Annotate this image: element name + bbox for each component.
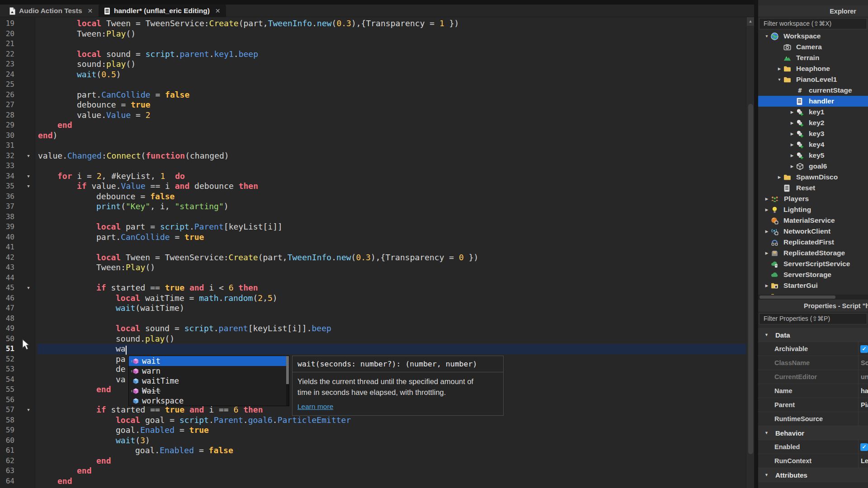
explorer-item-players[interactable]: ▶Players: [758, 193, 868, 204]
code-line[interactable]: 60wait(3): [0, 436, 747, 446]
properties-filter-input[interactable]: Filter Properties (⇧⌘P): [759, 313, 867, 324]
expand-right-icon[interactable]: ▶: [763, 251, 771, 255]
editor-scrollbar-thumb[interactable]: [748, 104, 753, 454]
checkbox-checked[interactable]: ✓: [860, 443, 868, 451]
explorer-tree[interactable]: ▼WorkspaceCameraTerrain▶Heaphone▼PianoLe…: [758, 31, 868, 295]
explorer-item-lighting[interactable]: ▶Lighting: [758, 204, 868, 215]
code-line[interactable]: 48: [0, 314, 747, 324]
code-line[interactable]: 33: [0, 161, 747, 171]
properties-section-behavior[interactable]: ▼Behavior: [758, 426, 868, 440]
code-line[interactable]: 64end: [0, 476, 747, 487]
autocomplete-item[interactable]: warn: [129, 366, 289, 376]
fold-arrow-icon[interactable]: ▼: [25, 283, 32, 293]
code-line[interactable]: 20Tween:Play(): [0, 29, 747, 39]
explorer-item-replicatedstorage[interactable]: ▶ReplicatedStorage: [758, 248, 868, 258]
section-collapse-icon[interactable]: ▼: [764, 473, 769, 477]
code-line[interactable]: 31: [0, 141, 747, 151]
tab-script[interactable]: handler* (unflat_eric Editing)✕: [99, 5, 226, 17]
explorer-item-materialservice[interactable]: MaterialService: [758, 215, 868, 226]
code-lines[interactable]: 19local Tween = TweenService:Create(part…: [0, 19, 747, 486]
autocomplete-popup[interactable]: waitwarnwaitTimeWaitworkspace: [128, 356, 289, 406]
autocomplete-scrollbar[interactable]: [286, 356, 289, 406]
close-icon[interactable]: ✕: [88, 7, 93, 14]
code-line[interactable]: 21: [0, 39, 747, 49]
code-line[interactable]: 62end: [0, 456, 747, 466]
explorer-item-reset[interactable]: Reset: [758, 183, 868, 193]
code-line[interactable]: 28value.Value = 2: [0, 110, 747, 121]
code-line[interactable]: 50sound.play(): [0, 334, 747, 344]
expand-right-icon[interactable]: ▶: [763, 207, 771, 212]
fold-arrow-icon[interactable]: ▼: [25, 171, 32, 182]
explorer-filter-input[interactable]: Filter workspace (⇧⌘X): [759, 18, 867, 29]
learn-more-link[interactable]: Learn more: [297, 403, 333, 411]
explorer-item-startergui[interactable]: ▶StarterGui: [758, 280, 868, 291]
explorer-item-currentstage[interactable]: #currentStage: [758, 85, 868, 96]
code-line[interactable]: 38: [0, 212, 747, 222]
explorer-item-key1[interactable]: ▶key1: [758, 107, 868, 117]
expand-right-icon[interactable]: ▶: [763, 283, 771, 288]
code-line[interactable]: 36debounce = false: [0, 192, 747, 202]
code-line[interactable]: 46local waitTime = math.random(2,5): [0, 293, 747, 304]
code-line[interactable]: 25: [0, 80, 747, 90]
expand-down-icon[interactable]: ▼: [775, 77, 783, 82]
explorer-item-handler[interactable]: handler: [758, 96, 868, 107]
explorer-item-goal6[interactable]: ▶goal6: [758, 161, 868, 172]
code-line[interactable]: 44: [0, 273, 747, 283]
expand-right-icon[interactable]: ▶: [763, 197, 771, 201]
property-value[interactable]: Le: [861, 457, 868, 465]
panel-splitter[interactable]: [754, 0, 758, 488]
property-value[interactable]: Sc: [861, 359, 868, 366]
code-line[interactable]: 26part.CanCollide = false: [0, 90, 747, 100]
code-line[interactable]: 40part.CanCollide = true: [0, 232, 747, 243]
property-value[interactable]: Pia: [861, 401, 868, 408]
expand-down-icon[interactable]: ▼: [763, 34, 771, 38]
script-editor[interactable]: 19local Tween = TweenService:Create(part…: [0, 17, 754, 488]
explorer-hscrollbar[interactable]: [758, 295, 868, 300]
code-line[interactable]: 61goal.Enabled = false: [0, 446, 747, 456]
code-line[interactable]: 19local Tween = TweenService:Create(part…: [0, 19, 747, 29]
code-line[interactable]: 37print("Key", i, "starting"): [0, 202, 747, 212]
fold-arrow-icon[interactable]: ▼: [25, 151, 32, 161]
properties-section-attributes[interactable]: ▼Attributes: [758, 468, 868, 482]
code-line[interactable]: 30end): [0, 131, 747, 141]
code-line[interactable]: 27debounce = true: [0, 100, 747, 110]
code-line[interactable]: 34▼for i = 2, #keyList, 1 do: [0, 171, 747, 182]
explorer-item-replicatedfirst[interactable]: ReplicatedFirst: [758, 237, 868, 248]
explorer-item-serverstorage[interactable]: ServerStorage: [758, 269, 868, 280]
editor-scrollbar[interactable]: ▲: [746, 17, 754, 488]
explorer-item-heaphone[interactable]: ▶Heaphone: [758, 63, 868, 74]
expand-right-icon[interactable]: ▶: [775, 66, 783, 71]
code-line[interactable]: 45▼if started == true and i < 6 then: [0, 283, 747, 293]
code-line[interactable]: 58local goal = script.Parent.goal6.Parti…: [0, 415, 747, 426]
code-line[interactable]: 42local Tween = TweenService:Create(part…: [0, 253, 747, 263]
close-icon[interactable]: ✕: [215, 7, 221, 14]
expand-right-icon[interactable]: ▶: [788, 121, 796, 125]
explorer-item-spawndisco[interactable]: ▶SpawnDisco: [758, 172, 868, 183]
expand-right-icon[interactable]: ▶: [788, 131, 796, 136]
explorer-item-key2[interactable]: ▶key2: [758, 117, 868, 128]
explorer-item-terrain[interactable]: Terrain: [758, 52, 868, 63]
expand-right-icon[interactable]: ▶: [788, 164, 796, 169]
tab-place[interactable]: Audio Action Tests✕: [4, 5, 98, 17]
code-line[interactable]: 29end: [0, 120, 747, 131]
property-value[interactable]: un: [861, 373, 868, 380]
explorer-item-key3[interactable]: ▶key3: [758, 128, 868, 139]
code-line[interactable]: 24wait(0.5): [0, 70, 747, 80]
code-line[interactable]: 41: [0, 242, 747, 253]
expand-right-icon[interactable]: ▶: [775, 175, 783, 179]
autocomplete-item[interactable]: Wait: [129, 386, 289, 396]
autocomplete-item[interactable]: workspace: [129, 396, 289, 406]
explorer-item-serverscriptservice[interactable]: ServerScriptService: [758, 258, 868, 269]
checkbox-checked[interactable]: ✓: [860, 345, 868, 353]
code-line[interactable]: 47wait(waitTime): [0, 303, 747, 314]
explorer-item[interactable]: ▶: [758, 291, 868, 295]
explorer-item-networkclient[interactable]: ▶NetworkClient: [758, 226, 868, 237]
code-line[interactable]: 23sound:play(): [0, 59, 747, 70]
properties-section-data[interactable]: ▼Data: [758, 328, 868, 342]
fold-arrow-icon[interactable]: ▼: [25, 405, 32, 415]
autocomplete-item[interactable]: wait: [129, 356, 289, 366]
autocomplete-item[interactable]: waitTime: [129, 376, 289, 386]
section-collapse-icon[interactable]: ▼: [764, 431, 769, 435]
property-value[interactable]: ha: [861, 387, 868, 394]
code-line[interactable]: 63end: [0, 466, 747, 476]
